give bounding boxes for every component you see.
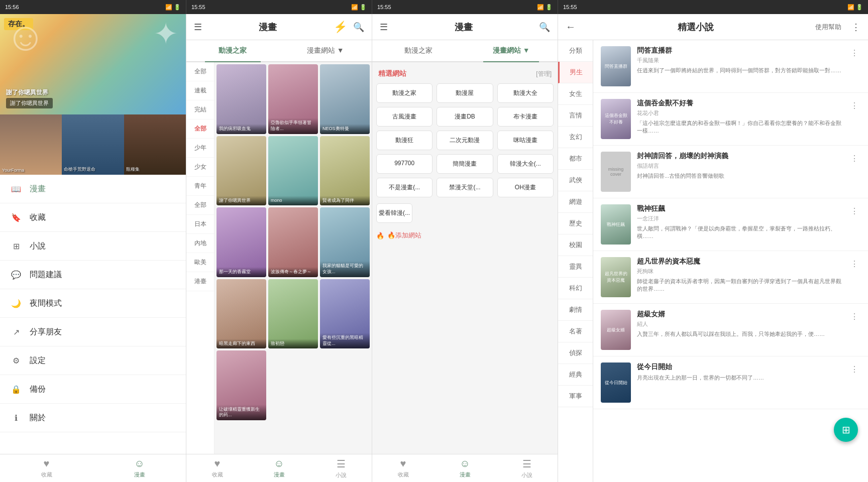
novel-cat-xiaoyuan[interactable]: 校園 [558,234,593,256]
novel-item-n2[interactable]: 這個吞金獸不好養 這個吞金獸不好養 花花小君 「這小祖宗怎麼這麼真的和吞金獸一樣… [593,93,868,146]
manga-card-c1[interactable]: 我的病邪吸血鬼 [216,64,266,134]
tab-websites-w[interactable]: 漫畫網站 ▼ [465,40,558,61]
cat-complete[interactable]: 完結 [186,100,214,119]
novel-cat-zhentan[interactable]: 偵探 [558,342,593,364]
novel-cat-jingdian[interactable]: 經典 [558,364,593,386]
sidebar-item-manga[interactable]: 📖 漫畫 [0,175,186,203]
add-site-button[interactable]: 🔥 🔥添加網站 [376,229,421,242]
manga-card-c10[interactable]: 暗黑走廊下的東西 [216,279,266,349]
novel-cat-mingzhu[interactable]: 名著 [558,321,593,342]
manage-button[interactable]: [管理] [536,70,552,78]
site-btn-s10[interactable]: 997700 [376,154,432,174]
tab-dongman[interactable]: 動漫之家 [186,40,279,61]
novel-cat-fenlei[interactable]: 分類 [558,40,593,62]
novel-cat-linyi[interactable]: 靈異 [558,256,593,278]
site-btn-s14[interactable]: 禁漫天堂(... [437,178,493,197]
tab-dongman-w[interactable]: 動漫之家 [372,40,465,61]
sidebar-item-favorites[interactable]: 🔖 收藏 [0,203,186,232]
manga-card-c5[interactable]: mono [268,136,318,206]
novel-fab-button[interactable]: ⊞ [834,418,858,442]
site-btn-s8[interactable]: 二次元動漫 [437,131,493,150]
site-btn-s6[interactable]: 布卡漫畫 [497,107,554,127]
site-btn-s15[interactable]: OH漫畫 [497,178,554,197]
cat-hktw[interactable]: 港臺 [186,272,214,291]
sidebar-item-feedback[interactable]: 💬 問題建議 [0,261,186,289]
manga-nav-novel[interactable]: ☰ 小說 [310,454,372,482]
search-icon-w[interactable]: 🔍 [539,22,550,33]
hamburger-icon-w[interactable]: ☰ [380,22,388,33]
cat-all2[interactable]: 全部 [186,119,214,139]
manga-card-c13[interactable]: 让破壊精靈重獲新生的药... [216,350,266,420]
cover-thumb-2[interactable]: 命槍手荒野退命 [62,114,124,175]
websites-nav-manga[interactable]: ☺ 漫畫 [434,454,496,482]
cat-shojo[interactable]: 少女 [186,158,214,177]
site-btn-s11[interactable]: 簡簡漫畫 [437,154,493,174]
site-btn-s9[interactable]: 咪咕漫畫 [497,131,554,150]
manga-card-c2[interactable]: 亞魯欲似乎率領著冒險者... [268,64,318,134]
novel-more-n1[interactable]: ⋮ [848,46,860,60]
sidebar-item-novel[interactable]: ⊞ 小說 [0,232,186,261]
site-btn-s3[interactable]: 動漫大全 [497,83,554,103]
cat-ongoing[interactable]: 連載 [186,81,214,100]
websites-nav-favorites[interactable]: ♥ 收藏 [372,454,434,482]
novel-item-n4[interactable]: 戰神狂飆 戰神狂飆 一念汪洋 世人敵問，何謂戰神？「便是以肉身霸世，拳握星空，掌… [593,198,868,251]
sidebar-item-about[interactable]: ℹ 關於 [0,404,186,432]
novel-item-n6[interactable]: 超級女婿 超級女婿 紹人 入贅三年，所有人都以爲可以踩在我頭上。而我，只等她牽起… [593,304,868,356]
manga-card-c6[interactable]: 賢者成為了同伴 [320,136,370,206]
manga-nav-manga[interactable]: ☺ 漫畫 [248,454,310,482]
manga-card-c4[interactable]: 謝了你嗯異世界 [216,136,266,206]
site-btn-s7[interactable]: 動漫狂 [376,131,432,150]
websites-nav-novel[interactable]: ☰ 小說 [496,454,558,482]
cat-all3[interactable]: 全部 [186,196,214,215]
novel-item-n7[interactable]: 從今日開始 從今日開始 月亮出現在天上的那一日，世界的一切都不同了…… ⋮ [593,356,868,409]
sidebar-item-settings[interactable]: ⚙ 設定 [0,346,186,375]
cat-all1[interactable]: 全部 [186,62,214,81]
novel-more-n3[interactable]: ⋮ [848,152,860,165]
site-btn-s4[interactable]: 古風漫畫 [376,107,432,127]
tab-websites[interactable]: 漫畫網站 ▼ [279,40,372,61]
manga-card-c7[interactable]: 那一天的香霧堂 [216,207,266,277]
novel-item-n5[interactable]: 超凡世界的資本惡魔 超凡世界的資本惡魔 死狗咪 師從老藤子的資本玩弄者李明，因萬… [593,251,868,304]
sidebar-nav-manga[interactable]: ☺ 漫畫 [93,454,186,482]
sidebar-nav-favorites[interactable]: ♥ 收藏 [0,454,93,482]
novel-cat-yanqing[interactable]: 言情 [558,105,593,127]
sidebar-item-nightmode[interactable]: 🌙 夜間模式 [0,289,186,318]
novel-more-n2[interactable]: ⋮ [848,99,860,112]
novel-more-n7[interactable]: ⋮ [848,363,860,376]
sidebar-item-share[interactable]: ↗ 分享朋友 [0,318,186,346]
hamburger-icon[interactable]: ☰ [194,22,202,33]
novel-more-n6[interactable]: ⋮ [848,310,860,323]
search-icon-manga[interactable]: 🔍 [353,22,364,33]
cat-mainland[interactable]: 內地 [186,234,214,253]
novel-cat-wuxia[interactable]: 武俠 [558,170,593,191]
novel-cat-xuanhuan[interactable]: 玄幻 [558,127,593,148]
site-btn-s13[interactable]: 不是漫畫(... [376,178,432,197]
manga-card-c9[interactable]: 我家的貓貓是可愛的女孩... [320,207,370,277]
novel-more-n5[interactable]: ⋮ [848,257,860,271]
novel-cat-kehuan[interactable]: 科幻 [558,278,593,299]
sidebar-item-backup[interactable]: 🔒 備份 [0,375,186,404]
novel-more-n4[interactable]: ⋮ [848,204,860,218]
site-btn-s2[interactable]: 動漫屋 [437,83,493,103]
novel-cat-lishi[interactable]: 歷史 [558,213,593,234]
cover-thumb-3[interactable]: 瓶種集 [124,114,186,175]
novel-cat-junshi[interactable]: 軍事 [558,386,593,407]
site-btn-s5[interactable]: 漫畫DB [437,107,493,127]
back-button[interactable]: ← [566,21,576,33]
manga-card-c11[interactable]: 致初戀 [268,279,318,349]
cat-japan[interactable]: 日本 [186,215,214,234]
more-icon-novel[interactable]: ⋮ [851,22,860,33]
manga-nav-favorites[interactable]: ♥ 收藏 [186,454,248,482]
novel-cat-juqing[interactable]: 劇情 [558,299,593,321]
site-btn-s16[interactable]: 愛看韓漫(... [376,203,412,223]
manga-card-c3[interactable]: NEOS奧特曼 [320,64,370,134]
cat-westus[interactable]: 歐美 [186,253,214,272]
manga-card-c8[interactable]: 波族傳奇～春之夢～ [268,207,318,277]
manga-card-c12[interactable]: 愛有些沉重的黑暗精靈從... [320,279,370,349]
novel-item-n3[interactable]: missing cover 封神請回答，崩壞的封神演義 假語胡言 封神請回答..… [593,146,868,198]
lightning-icon[interactable]: ⚡ [334,21,347,34]
novel-cat-wangyou[interactable]: 網遊 [558,191,593,213]
novel-item-n1[interactable]: 問答直播群 問答直播群 千風隨果 任逍來到了一個即將終結的世界，同時得到一個問答… [593,40,868,93]
cover-thumb-1[interactable]: YourForma [0,114,62,175]
help-label[interactable]: 使用幫助 [815,23,841,32]
